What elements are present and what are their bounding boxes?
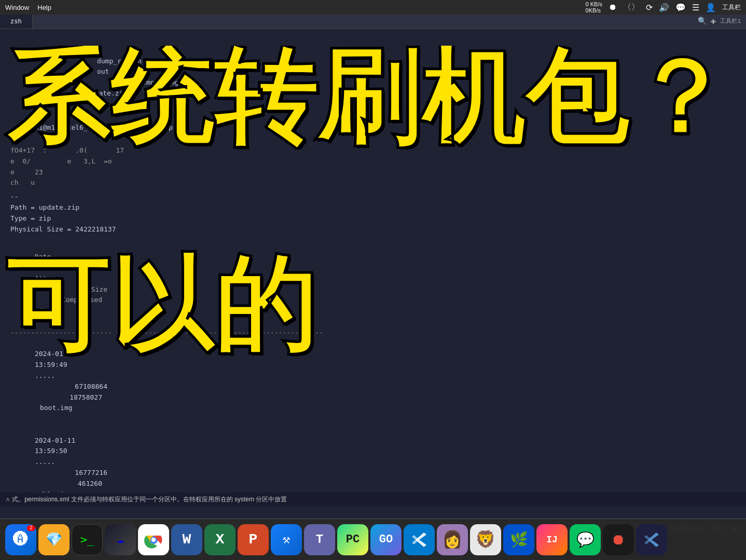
dock-pycharm[interactable]: PC [337, 524, 368, 555]
prompt-line-1: m1@m1_pixel6_rom % 7z l update.zip [10, 112, 736, 144]
menu-window[interactable]: Window [5, 4, 29, 11]
meta-type: Type = zip [10, 213, 736, 224]
xcode-icon: ⚒ [283, 532, 290, 547]
powerpoint-icon: P [249, 531, 258, 548]
dock-unknown1[interactable]: 🦁 [470, 524, 501, 555]
excel-icon: X [216, 531, 225, 548]
bottom-notification: ∧ 式。permissions.xml 文件必须与特权应用位于同一个分区中。在特… [0, 493, 746, 506]
dock-vscode2[interactable] [636, 524, 667, 555]
meta-separator: -- [10, 192, 736, 202]
meta-size: Physical Size = 2422218137 [10, 224, 736, 235]
word-icon: W [183, 531, 191, 548]
dock-xcode[interactable]: ⚒ [271, 524, 302, 555]
table-row-dtbo: 2024-01-11 13:59:50 ..... 16777216 46126… [10, 425, 736, 503]
table-header: Date Time Attr Size Compressed Name [10, 241, 736, 327]
iterm-icon: ☁ [117, 532, 123, 547]
chrome-icon [143, 529, 164, 550]
tab-zsh[interactable]: zsh [0, 15, 33, 29]
search-icon[interactable]: 🔍 [698, 16, 707, 27]
sketch-icon: 💎 [46, 531, 62, 548]
dock-iterm[interactable]: ☁ [105, 524, 136, 555]
ada-icon: 👩 [442, 529, 463, 550]
menu-bar: Window Help 0 KB/s0KB/s ⏺ 〈〉 ⟳ 🔊 💬 ☰ 👤 工… [0, 0, 746, 15]
appstore-icon: 🅐 [13, 530, 29, 549]
wechat-icon: 💬 [576, 531, 595, 549]
dock-word[interactable]: W [171, 524, 202, 555]
meta-path: Path = update.zip [10, 202, 736, 213]
dock: 🅐 2 💎 >_ ☁ W X P ⚒ T [0, 518, 746, 560]
menu-help[interactable]: Help [37, 4, 51, 11]
svg-point-3 [151, 538, 156, 542]
junk-row-4: ch u [10, 177, 736, 188]
dock-sourcetree[interactable]: 🌿 [503, 524, 534, 555]
terminal-icon: >_ [80, 533, 94, 546]
time-display: 工具栏 [722, 3, 741, 12]
dock-teams[interactable]: T [304, 524, 335, 555]
tab-label: zsh [10, 17, 22, 26]
unknown1-icon: 🦁 [475, 529, 496, 550]
menu-icon-2: 〈〉 [623, 2, 640, 13]
menu-icon-7: 👤 [706, 3, 716, 12]
table-divider-top: ------------------- ----- ------------ -… [10, 327, 736, 338]
file-listing-header: android-info.txt dump_rom.sh out super_e… [10, 34, 736, 110]
vscode-icon [410, 530, 429, 549]
dock-wechat[interactable]: 💬 [570, 524, 601, 555]
terminal-window: zsh 🔍 ✚ 工具栏1 android-info.txt dump_rom.s… [0, 15, 746, 503]
dock-sketch[interactable]: 💎 [38, 524, 70, 555]
dock-powerpoint[interactable]: P [238, 524, 269, 555]
junk-row-3: e 23 [10, 167, 736, 178]
junk-row-2: e 0/ e 3,L =o [10, 156, 736, 167]
net-speed-down: 0 KB/s0KB/s [586, 1, 602, 13]
terminal-content: android-info.txt dump_rom.sh out super_e… [0, 29, 746, 503]
record-icon: ⏺ [611, 531, 626, 549]
vscode2-icon [642, 530, 661, 549]
plus-icon[interactable]: ✚ [711, 15, 716, 29]
menu-icon-3: ⟳ [646, 3, 653, 12]
dock-excel[interactable]: X [204, 524, 236, 555]
intellij-icon: IJ [546, 535, 558, 545]
teams-icon: T [316, 532, 323, 547]
junk-row-1: fO4+17 : .0( 17 [10, 145, 736, 156]
menu-icon-6: ☰ [692, 3, 699, 12]
bottom-bar-text: ∧ 式。permissions.xml 文件必须与特权应用位于同一个分区中。在特… [5, 495, 287, 504]
dock-ada[interactable]: 👩 [437, 524, 468, 555]
menu-icon-1: ⏺ [609, 3, 617, 12]
dock-appstore[interactable]: 🅐 2 [5, 524, 36, 555]
pycharm-icon: PC [346, 533, 360, 546]
dock-vscode[interactable] [404, 524, 435, 555]
dock-goland[interactable]: GO [370, 524, 402, 555]
goland-icon: GO [379, 533, 393, 546]
menu-icon-4: 🔊 [659, 3, 669, 12]
dock-terminal[interactable]: >_ [72, 524, 103, 555]
dock-chrome[interactable] [138, 524, 169, 555]
sourcetree-icon: 🌿 [510, 531, 528, 549]
appstore-badge: 2 [27, 525, 35, 531]
tab-bar: zsh 🔍 ✚ 工具栏1 [0, 15, 746, 29]
toolbar-label: 工具栏1 [720, 17, 741, 26]
dock-intellij[interactable]: IJ [536, 524, 568, 555]
table-row-boot: 2024-01-11 13:59:49 ..... 67108864 18758… [10, 338, 736, 425]
dock-record[interactable]: ⏺ [603, 524, 634, 555]
menu-icon-5: 💬 [675, 3, 686, 12]
